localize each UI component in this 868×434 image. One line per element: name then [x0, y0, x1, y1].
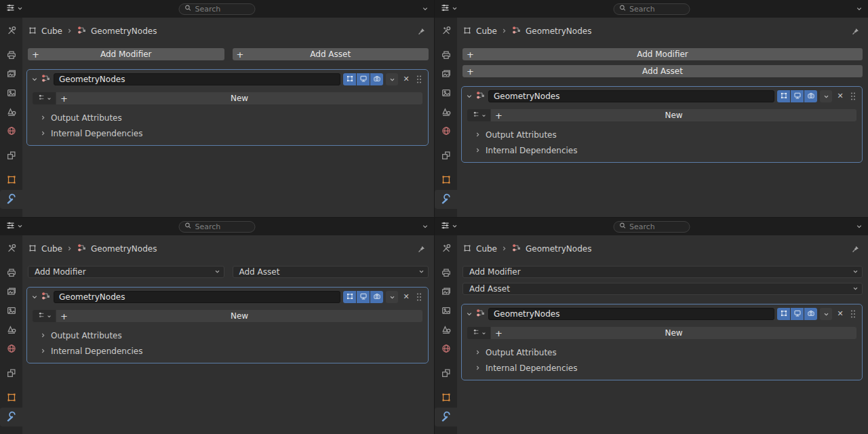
modifier-panel-header[interactable]: ✕	[29, 72, 426, 87]
tab-modifiers[interactable]	[0, 408, 22, 427]
realtime-display-toggle[interactable]	[791, 308, 804, 320]
add-asset-button[interactable]: + Add Asset	[462, 65, 863, 77]
modifier-extras-button[interactable]	[386, 291, 398, 303]
search-input[interactable]	[629, 222, 684, 231]
tab-output[interactable]	[435, 46, 457, 65]
pin-icon[interactable]	[851, 245, 860, 254]
modifier-panel-header[interactable]: ✕	[464, 307, 860, 321]
editor-type-button[interactable]	[440, 3, 458, 15]
breadcrumb-object[interactable]: Cube	[41, 26, 62, 36]
tab-world[interactable]	[0, 122, 22, 141]
section-output-attributes[interactable]: Output Attributes	[29, 328, 426, 343]
section-output-attributes[interactable]: Output Attributes	[464, 127, 860, 142]
tab-render[interactable]	[435, 302, 457, 321]
tab-view-layer[interactable]	[435, 283, 457, 302]
drag-handle[interactable]	[850, 92, 856, 101]
tab-scene[interactable]	[435, 321, 457, 340]
drag-handle[interactable]	[416, 75, 422, 84]
tab-object[interactable]	[435, 389, 457, 408]
realtime-display-toggle[interactable]	[357, 73, 370, 85]
tab-output[interactable]	[0, 264, 22, 283]
tab-render[interactable]	[435, 84, 457, 103]
editor-type-button[interactable]	[440, 220, 458, 233]
tab-scene[interactable]	[0, 103, 22, 122]
tab-world[interactable]	[435, 340, 457, 359]
section-internal-dependencies[interactable]: Internal Dependencies	[29, 343, 426, 359]
new-node-group-button[interactable]: + New	[491, 109, 856, 121]
pin-icon[interactable]	[851, 27, 860, 36]
modifier-name-input[interactable]	[54, 73, 340, 85]
pin-icon[interactable]	[417, 27, 426, 36]
breadcrumb-nodetree[interactable]: GeometryNodes	[526, 244, 591, 254]
header-options-button[interactable]	[856, 223, 863, 230]
tab-world[interactable]	[0, 340, 22, 359]
tab-collection[interactable]	[435, 364, 457, 383]
section-output-attributes[interactable]: Output Attributes	[464, 344, 860, 360]
search-input[interactable]	[195, 222, 250, 231]
add-asset-button[interactable]: + Add Asset	[462, 283, 863, 295]
section-internal-dependencies[interactable]: Internal Dependencies	[464, 142, 860, 158]
close-icon[interactable]: ✕	[401, 73, 412, 85]
search-box[interactable]	[613, 221, 690, 233]
tab-output[interactable]	[435, 264, 457, 283]
realtime-display-toggle[interactable]	[357, 291, 370, 303]
tab-view-layer[interactable]	[0, 65, 22, 84]
render-display-toggle[interactable]	[370, 291, 383, 303]
section-output-attributes[interactable]: Output Attributes	[29, 110, 426, 125]
breadcrumb-object[interactable]: Cube	[476, 26, 497, 36]
expand-chevron-icon[interactable]	[466, 311, 473, 317]
add-asset-button[interactable]: + Add Asset	[233, 266, 429, 278]
search-box[interactable]	[179, 3, 256, 15]
modifier-name-input[interactable]	[488, 308, 774, 320]
modifier-name-input[interactable]	[54, 291, 340, 303]
modifier-panel-header[interactable]: ✕	[464, 89, 860, 104]
breadcrumb-object[interactable]: Cube	[41, 244, 62, 254]
modifier-extras-button[interactable]	[386, 73, 398, 85]
tab-tool[interactable]	[0, 22, 22, 41]
new-node-group-button[interactable]: + New	[491, 327, 856, 339]
modifier-name-input[interactable]	[488, 90, 774, 102]
close-icon[interactable]: ✕	[835, 308, 846, 320]
search-box[interactable]	[613, 3, 690, 15]
tab-collection[interactable]	[0, 364, 22, 383]
expand-chevron-icon[interactable]	[31, 294, 38, 300]
editmode-display-toggle[interactable]	[777, 308, 790, 320]
modifier-extras-button[interactable]	[820, 308, 832, 320]
tab-scene[interactable]	[435, 103, 457, 122]
new-node-group-button[interactable]: + New	[56, 310, 422, 322]
tab-collection[interactable]	[0, 146, 22, 165]
tab-view-layer[interactable]	[0, 283, 22, 302]
breadcrumb-object[interactable]: Cube	[476, 244, 497, 254]
header-options-button[interactable]	[422, 223, 429, 230]
header-options-button[interactable]	[856, 5, 863, 12]
drag-handle[interactable]	[416, 292, 422, 302]
expand-chevron-icon[interactable]	[466, 93, 473, 100]
editmode-display-toggle[interactable]	[343, 73, 356, 85]
browse-node-group-button[interactable]	[33, 92, 56, 104]
tab-tool[interactable]	[0, 239, 22, 258]
add-modifier-button[interactable]: + Add Modifier	[462, 48, 863, 60]
tab-render[interactable]	[0, 302, 22, 321]
tab-object[interactable]	[435, 171, 457, 190]
pin-icon[interactable]	[417, 245, 426, 254]
header-options-button[interactable]	[422, 5, 429, 12]
close-icon[interactable]: ✕	[835, 90, 846, 102]
editor-type-button[interactable]	[5, 220, 23, 233]
search-input[interactable]	[629, 5, 684, 14]
tab-view-layer[interactable]	[435, 65, 457, 84]
modifier-panel-header[interactable]: ✕	[29, 290, 426, 304]
drag-handle[interactable]	[850, 309, 856, 319]
editor-type-button[interactable]	[5, 3, 23, 15]
search-input[interactable]	[195, 5, 250, 14]
add-modifier-button[interactable]: + Add Modifier	[28, 266, 224, 278]
tab-object[interactable]	[0, 389, 22, 408]
browse-node-group-button[interactable]	[467, 327, 490, 339]
expand-chevron-icon[interactable]	[31, 76, 38, 83]
modifier-extras-button[interactable]	[820, 90, 832, 102]
tab-output[interactable]	[0, 46, 22, 65]
breadcrumb-nodetree[interactable]: GeometryNodes	[526, 26, 591, 36]
render-display-toggle[interactable]	[370, 73, 383, 85]
breadcrumb-nodetree[interactable]: GeometryNodes	[91, 244, 157, 254]
render-display-toggle[interactable]	[804, 308, 817, 320]
editmode-display-toggle[interactable]	[777, 90, 790, 102]
